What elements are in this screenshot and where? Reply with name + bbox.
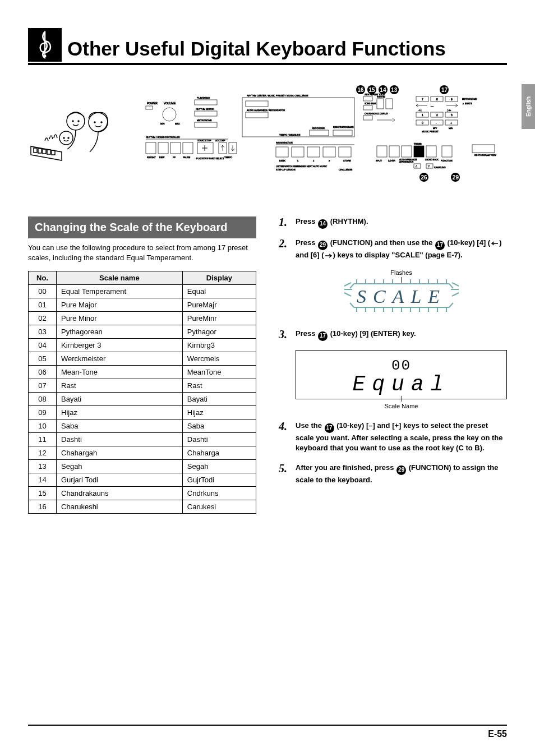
cell-name: Pure Minor <box>57 312 183 325</box>
svg-rect-29 <box>146 142 156 154</box>
svg-text:CHALLENGE: CHALLENGE <box>339 168 353 171</box>
badge-17-inline-b: 17 <box>318 331 328 341</box>
keyboard-panel-diagram: POWER VOLUME MINMAX PLAY/DEMO RHYTHM EDI… <box>135 87 507 188</box>
cell-name: Equal Temperament <box>57 285 183 298</box>
arrow-right-icon <box>324 253 333 259</box>
table-row: 08BayatiBayati <box>29 393 256 406</box>
lcd-text: Equal <box>296 373 506 397</box>
cell-name: Mean-Tone <box>57 366 183 379</box>
badge-14: 14 <box>379 85 388 94</box>
svg-text:MIN: MIN <box>160 122 164 125</box>
svg-rect-96 <box>431 120 443 125</box>
svg-line-128 <box>344 293 351 296</box>
svg-text:M/A: M/A <box>449 127 453 130</box>
flashes-label: Flashes <box>296 269 507 276</box>
svg-rect-44 <box>242 98 354 137</box>
svg-rect-23 <box>195 111 217 116</box>
cell-display: GujrTodi <box>182 473 256 487</box>
cell-name: Segah <box>57 460 183 473</box>
table-row: 02Pure MinorPureMinr <box>29 312 256 325</box>
svg-text:AUTO HARMONIZE / ARPEGGIATOR: AUTO HARMONIZE / ARPEGGIATOR <box>247 109 285 112</box>
svg-text:+: + <box>450 121 452 125</box>
svg-text:METRONOME: METRONOME <box>462 98 477 100</box>
svg-text:PLAY/DEMO: PLAY/DEMO <box>197 96 210 99</box>
page-title: Other Useful Digital Keyboard Functions <box>67 39 446 62</box>
svg-rect-74 <box>363 116 372 120</box>
cell-name: Chahargah <box>57 446 183 460</box>
svg-text:TRANS: TRANS <box>414 142 422 145</box>
svg-text:RHYTHM EDITOR: RHYTHM EDITOR <box>196 108 214 110</box>
table-row: 09HijazHijaz <box>29 406 256 420</box>
svg-text:RHYTHM CENTER / MUSIC PRESET /: RHYTHM CENTER / MUSIC PRESET / MUSIC CHA… <box>247 94 308 97</box>
cell-name: Pythagorean <box>57 325 183 339</box>
cell-display: Bayati <box>182 393 256 406</box>
step-2-num: 2. <box>279 238 291 249</box>
cell-name: Werckmeister <box>57 352 183 366</box>
cell-no: 07 <box>29 379 57 393</box>
svg-text:PLAY/STOP PART SELECT: PLAY/STOP PART SELECT <box>196 157 224 160</box>
badge-14-inline: 14 <box>318 219 328 229</box>
svg-text:SONG BANK: SONG BANK <box>365 103 376 105</box>
svg-rect-109 <box>442 146 452 157</box>
svg-text:STORE: STORE <box>343 159 351 162</box>
svg-rect-75 <box>377 99 384 109</box>
table-row: 06Mean-ToneMeanTone <box>29 366 256 379</box>
step-4-pre: Use the <box>296 421 324 430</box>
step-1-post: (RHYTHM). <box>328 217 368 225</box>
badge-13: 13 <box>390 85 399 94</box>
cell-display: Hijaz <box>182 406 256 420</box>
cell-no: 12 <box>29 446 57 460</box>
th-no: No. <box>29 271 57 285</box>
table-row: 10SabaSaba <box>29 420 256 433</box>
table-row: 03PythagoreanPythagor <box>29 325 256 339</box>
svg-text:RECORDER: RECORDER <box>312 127 325 130</box>
cell-name: Kirnberger 3 <box>57 339 183 352</box>
svg-text:POWER: POWER <box>147 102 158 105</box>
step-1: 1. Press 14 (RHYTHM). <box>279 216 507 229</box>
svg-rect-2 <box>38 149 41 153</box>
lcd-caption: Scale Name <box>296 403 507 409</box>
badge-15: 15 <box>367 85 376 94</box>
cell-display: Saba <box>182 420 256 433</box>
cell-name: Dashti <box>57 433 183 446</box>
left-column: Changing the Scale of the Keyboard You c… <box>28 216 256 514</box>
cell-no: 00 <box>29 285 57 298</box>
svg-rect-25 <box>195 122 217 127</box>
table-row: 07RastRast <box>29 379 256 393</box>
cell-no: 01 <box>29 298 57 312</box>
svg-text:1: 1 <box>297 159 299 162</box>
svg-rect-122 <box>472 145 495 153</box>
svg-text:7: 7 <box>422 98 423 101</box>
svg-rect-31 <box>170 142 181 154</box>
svg-rect-32 <box>183 142 193 154</box>
badge-17-inline: 17 <box>435 241 445 250</box>
step-3-num: 3. <box>279 329 291 340</box>
svg-rect-4 <box>47 150 50 154</box>
svg-point-0 <box>44 55 47 58</box>
cell-no: 08 <box>29 393 57 406</box>
scale-table: No. Scale name Display 00Equal Temperame… <box>28 271 256 514</box>
svg-text:REW: REW <box>159 156 165 159</box>
svg-text:TEMPO: TEMPO <box>224 156 232 159</box>
badge-26: 26 <box>419 173 428 182</box>
scale-display: Flashes SCALE <box>296 269 507 315</box>
badge-29-inline: 29 <box>318 241 328 250</box>
cell-no: 03 <box>29 325 57 339</box>
step-3-pre: Press <box>296 329 317 338</box>
svg-text:LISTEN  WATCH  REMEMBER  NEXT : LISTEN WATCH REMEMBER NEXT AUTO MUSIC <box>276 165 327 168</box>
cell-display: Wercmeis <box>182 352 256 366</box>
table-row: 01Pure MajorPureMajr <box>29 298 256 312</box>
svg-text:▲ BEATS: ▲ BEATS <box>462 102 472 105</box>
svg-rect-57 <box>292 147 304 157</box>
svg-text:VOLUME: VOLUME <box>164 102 176 105</box>
cell-display: Segah <box>182 460 256 473</box>
step-2: 2. Press 29 (FUNCTION) and then use the … <box>279 238 507 261</box>
step-4-num: 4. <box>279 421 291 432</box>
svg-rect-105 <box>389 146 399 157</box>
svg-text:REGISTRATION: REGISTRATION <box>276 141 293 144</box>
cell-no: 13 <box>29 460 57 473</box>
svg-text:-: - <box>436 121 437 125</box>
svg-text:▲: ▲ <box>415 164 418 168</box>
svg-text:SD PROGRAM VIEW: SD PROGRAM VIEW <box>474 154 496 156</box>
svg-text:CHORD MODUL DISPLAY: CHORD MODUL DISPLAY <box>365 113 388 115</box>
